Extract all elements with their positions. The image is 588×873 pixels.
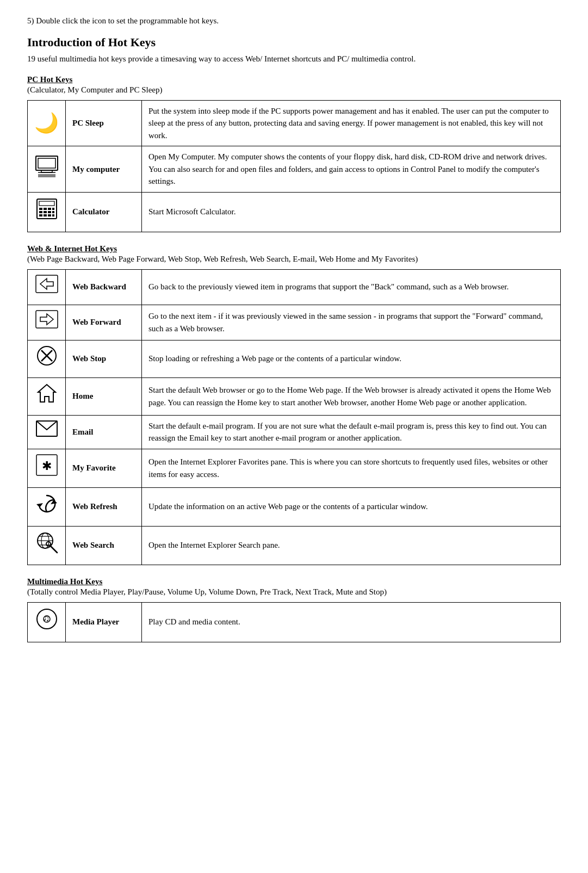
heading-desc: 19 useful multimedia hot keys provide a … bbox=[27, 53, 561, 65]
table-row: ♫ Media Player Play CD and media content… bbox=[28, 602, 561, 642]
email-icon-cell bbox=[28, 415, 66, 449]
web-refresh-desc: Update the information on an active Web … bbox=[142, 487, 561, 526]
svg-marker-28 bbox=[38, 385, 55, 402]
web-forward-desc: Go to the next item - if it was previous… bbox=[142, 305, 561, 340]
svg-marker-24 bbox=[40, 314, 53, 325]
svg-rect-8 bbox=[39, 201, 54, 206]
web-stop-icon-cell bbox=[28, 340, 66, 377]
stop-x-circle-icon bbox=[36, 345, 58, 367]
svg-rect-23 bbox=[36, 311, 58, 328]
multimedia-section-title: Multimedia Hot Keys bbox=[27, 577, 561, 586]
svg-rect-12 bbox=[52, 208, 54, 210]
web-refresh-label: Web Refresh bbox=[66, 487, 142, 526]
my-favorite-label: My Favorite bbox=[66, 449, 142, 487]
table-row: Web Refresh Update the information on an… bbox=[28, 487, 561, 526]
my-favorite-icon-cell: ✱ bbox=[28, 449, 66, 487]
my-computer-icon-cell bbox=[28, 146, 66, 193]
email-icon bbox=[35, 420, 58, 437]
pc-sleep-desc: Put the system into sleep mode if the PC… bbox=[142, 100, 561, 146]
web-stop-label: Web Stop bbox=[66, 340, 142, 377]
pc-section-subtitle: (Calculator, My Computer and PC Sleep) bbox=[27, 85, 561, 95]
home-icon bbox=[36, 382, 58, 404]
web-forward-icon-cell bbox=[28, 305, 66, 340]
multimedia-section-subtitle: (Totally control Media Player, Play/Paus… bbox=[27, 587, 561, 597]
table-row: Web Stop Stop loading or refreshing a We… bbox=[28, 340, 561, 377]
favorite-star-icon: ✱ bbox=[35, 454, 58, 476]
forward-arrow-icon bbox=[35, 309, 59, 329]
pc-sleep-label: PC Sleep bbox=[66, 100, 142, 146]
email-label: Email bbox=[66, 415, 142, 449]
pc-section-title: PC Hot Keys bbox=[27, 75, 561, 84]
calculator-icon bbox=[35, 197, 59, 221]
calculator-desc: Start Microsoft Calculator. bbox=[142, 192, 561, 232]
media-player-icon: ♫ bbox=[35, 607, 59, 631]
search-globe-icon bbox=[35, 531, 58, 554]
table-row: Calculator Start Microsoft Calculator. bbox=[28, 192, 561, 232]
svg-text:♫: ♫ bbox=[43, 614, 49, 623]
web-backward-label: Web Backward bbox=[66, 269, 142, 305]
svg-rect-14 bbox=[44, 211, 47, 213]
home-desc: Start the default Web browser or go to t… bbox=[142, 377, 561, 415]
web-stop-desc: Stop loading or refreshing a Web page or… bbox=[142, 340, 561, 377]
svg-line-39 bbox=[51, 546, 57, 553]
my-favorite-desc: Open the Internet Explorer Favorites pan… bbox=[142, 449, 561, 487]
table-row: Web Forward Go to the next item - if it … bbox=[28, 305, 561, 340]
web-hot-keys-table: Web Backward Go back to the previously v… bbox=[27, 269, 561, 565]
home-icon-cell bbox=[28, 377, 66, 415]
my-computer-desc: Open My Computer. My computer shows the … bbox=[142, 146, 561, 193]
web-search-icon-cell bbox=[28, 526, 66, 565]
svg-text:✱: ✱ bbox=[42, 459, 52, 473]
svg-rect-19 bbox=[48, 214, 51, 216]
multimedia-hot-keys-table: ♫ Media Player Play CD and media content… bbox=[27, 602, 561, 642]
svg-rect-11 bbox=[48, 208, 51, 210]
svg-rect-16 bbox=[52, 211, 54, 213]
table-row: Home Start the default Web browser or go… bbox=[28, 377, 561, 415]
svg-rect-20 bbox=[52, 214, 54, 216]
calculator-label: Calculator bbox=[66, 192, 142, 232]
svg-rect-17 bbox=[39, 214, 42, 216]
table-row: Web Search Open the Internet Explorer Se… bbox=[28, 526, 561, 565]
table-row: Email Start the default e-mail program. … bbox=[28, 415, 561, 449]
back-arrow-icon bbox=[35, 274, 59, 294]
moon-icon: 🌙 bbox=[34, 112, 59, 134]
web-refresh-icon-cell bbox=[28, 487, 66, 526]
media-player-label: Media Player bbox=[66, 602, 142, 642]
pc-hot-keys-table: 🌙 PC Sleep Put the system into sleep mod… bbox=[27, 100, 561, 232]
email-desc: Start the default e-mail program. If you… bbox=[142, 415, 561, 449]
intro-note: 5) Double click the icon to set the prog… bbox=[27, 16, 561, 26]
media-player-desc: Play CD and media content. bbox=[142, 602, 561, 642]
svg-marker-32 bbox=[36, 503, 43, 507]
svg-rect-10 bbox=[44, 208, 47, 210]
svg-rect-21 bbox=[36, 275, 58, 293]
computer-icon bbox=[34, 154, 60, 178]
table-row: ✱ My Favorite Open the Internet Explorer… bbox=[28, 449, 561, 487]
svg-rect-18 bbox=[44, 214, 47, 216]
svg-rect-9 bbox=[39, 208, 42, 210]
web-section-subtitle: (Web Page Backward, Web Page Forward, We… bbox=[27, 255, 561, 264]
web-section-title: Web & Internet Hot Keys bbox=[27, 244, 561, 253]
table-row: 🌙 PC Sleep Put the system into sleep mod… bbox=[28, 100, 561, 146]
calculator-icon-cell bbox=[28, 192, 66, 232]
web-backward-desc: Go back to the previously viewed item in… bbox=[142, 269, 561, 305]
web-search-label: Web Search bbox=[66, 526, 142, 565]
svg-rect-15 bbox=[48, 211, 51, 213]
web-forward-label: Web Forward bbox=[66, 305, 142, 340]
table-row: My computer Open My Computer. My compute… bbox=[28, 146, 561, 193]
my-computer-label: My computer bbox=[66, 146, 142, 193]
svg-marker-22 bbox=[40, 278, 53, 289]
refresh-icon bbox=[35, 492, 58, 515]
home-label: Home bbox=[66, 377, 142, 415]
table-row: Web Backward Go back to the previously v… bbox=[28, 269, 561, 305]
page-heading: Introduction of Hot Keys bbox=[27, 35, 561, 49]
svg-rect-13 bbox=[39, 211, 42, 213]
media-player-icon-cell: ♫ bbox=[28, 602, 66, 642]
web-backward-icon-cell bbox=[28, 269, 66, 305]
svg-rect-1 bbox=[38, 158, 55, 168]
pc-sleep-icon-cell: 🌙 bbox=[28, 100, 66, 146]
web-search-desc: Open the Internet Explorer Search pane. bbox=[142, 526, 561, 565]
